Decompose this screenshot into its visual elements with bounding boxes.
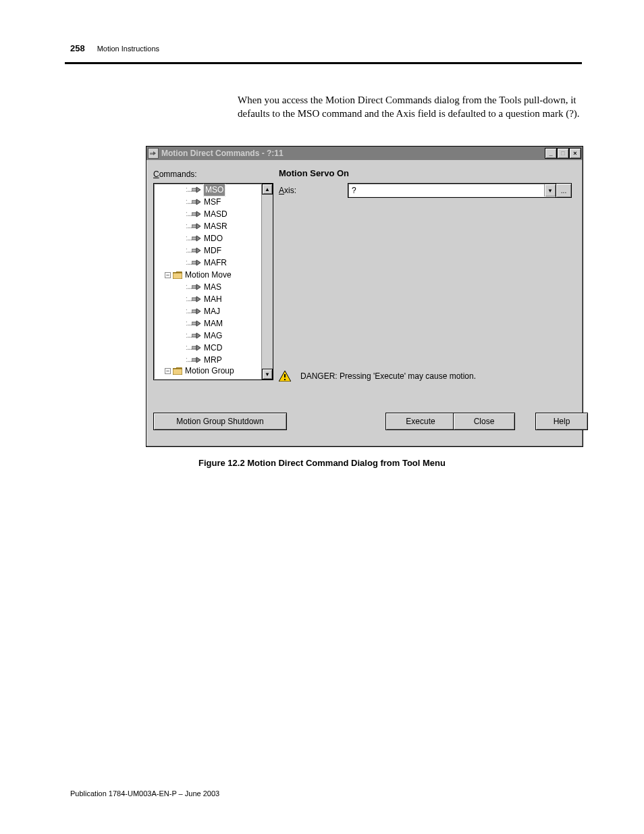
svg-rect-12 <box>192 322 196 325</box>
tree-item-mso[interactable]: :....MSO <box>155 184 262 196</box>
page-header: 258 Motion Instructions <box>70 43 581 53</box>
command-icon <box>192 210 201 218</box>
folder-icon <box>173 367 182 375</box>
command-icon <box>192 295 201 303</box>
button-bar: Motion Group Shutdown Execute Close Help <box>151 413 579 432</box>
title-bar: Motion Direct Commands - ?:11 _ □ × <box>146 147 583 160</box>
motion-direct-commands-dialog: Motion Direct Commands - ?:11 _ □ × Comm… <box>146 146 583 447</box>
svg-rect-11 <box>192 310 196 313</box>
svg-rect-18 <box>284 379 286 380</box>
axis-select[interactable]: ? ▼ <box>348 183 556 198</box>
help-button[interactable]: Help <box>535 413 588 430</box>
svg-rect-2 <box>192 201 196 203</box>
tree-item-msf[interactable]: :....MSF <box>155 196 262 208</box>
command-icon <box>192 344 201 352</box>
tree-item-mdo[interactable]: :....MDO <box>155 232 262 244</box>
tree-item-masd[interactable]: :....MASD <box>155 208 262 220</box>
scroll-up-button[interactable]: ▲ <box>262 184 273 194</box>
svg-rect-6 <box>192 249 196 252</box>
svg-rect-5 <box>192 237 196 240</box>
expander-icon[interactable]: − <box>165 368 171 374</box>
expander-icon[interactable]: − <box>165 272 171 278</box>
axis-value: ? <box>352 186 544 195</box>
command-icon <box>192 307 201 315</box>
tree-item-mafr[interactable]: :....MAFR <box>155 257 262 269</box>
tree-folder-motion-group[interactable]: −Motion Group <box>155 366 262 375</box>
axis-browse-button[interactable]: ... <box>556 183 572 198</box>
command-icon <box>192 222 201 230</box>
svg-rect-3 <box>192 213 196 215</box>
command-icon <box>192 234 201 242</box>
command-icon <box>192 186 201 194</box>
tree-item-mdf[interactable]: :....MDF <box>155 244 262 257</box>
command-icon <box>192 319 201 328</box>
tree-item-mrp[interactable]: :....MRP <box>155 354 262 366</box>
intro-paragraph: When you access the Motion Direct Comman… <box>238 93 581 121</box>
svg-rect-16 <box>173 369 182 375</box>
svg-rect-4 <box>192 225 196 228</box>
command-title: Motion Servo On <box>279 168 349 178</box>
scroll-down-button[interactable]: ▼ <box>262 369 273 380</box>
command-icon <box>192 356 201 364</box>
warning-text: DANGER: Pressing 'Execute' may cause mot… <box>300 371 476 381</box>
command-icon <box>192 283 201 291</box>
tree-item-mah[interactable]: :....MAH <box>155 293 262 305</box>
page: 258 Motion Instructions When you access … <box>0 0 644 834</box>
command-icon <box>192 198 201 206</box>
commands-tree[interactable]: :....MSO :....MSF :....MASD :....MASR :.… <box>153 183 273 380</box>
dialog-body: Commands: :....MSO :....MSF :....MASD :.… <box>151 163 579 442</box>
maximize-button[interactable]: □ <box>557 148 569 159</box>
command-icon <box>192 332 201 340</box>
command-icon <box>192 246 201 255</box>
tree-item-mag[interactable]: :....MAG <box>155 330 262 342</box>
svg-rect-13 <box>192 334 196 337</box>
page-number: 258 <box>70 43 85 53</box>
tree-item-masr[interactable]: :....MASR <box>155 220 262 232</box>
tree-folder-motion-move[interactable]: −Motion Move <box>155 269 262 281</box>
svg-rect-15 <box>192 359 196 361</box>
close-window-button[interactable]: × <box>569 148 581 159</box>
tree-scrollbar[interactable]: ▲ ▼ <box>261 184 273 380</box>
commands-label: Commands: <box>153 170 197 179</box>
folder-icon <box>173 271 182 279</box>
tree-item-mas[interactable]: :....MAS <box>155 281 262 293</box>
command-icon <box>192 259 201 267</box>
chapter-title: Motion Instructions <box>97 45 159 53</box>
execute-button[interactable]: Execute <box>385 413 456 430</box>
tree-item-maj[interactable]: :....MAJ <box>155 305 262 317</box>
svg-rect-17 <box>284 374 286 377</box>
motion-group-shutdown-button[interactable]: Motion Group Shutdown <box>153 413 287 430</box>
header-rule <box>65 62 582 64</box>
window-buttons: _ □ × <box>545 148 581 159</box>
svg-rect-7 <box>192 261 196 264</box>
axis-label: Axis: <box>279 186 296 195</box>
minimize-button[interactable]: _ <box>545 148 557 159</box>
close-button[interactable]: Close <box>453 413 515 430</box>
app-icon <box>148 148 159 159</box>
svg-rect-10 <box>192 298 196 301</box>
tree-item-mcd[interactable]: :....MCD <box>155 342 262 354</box>
axis-dropdown-button[interactable]: ▼ <box>544 184 556 197</box>
figure-caption: Figure 12.2 Motion Direct Command Dialog… <box>0 458 644 468</box>
window-title: Motion Direct Commands - ?:11 <box>161 149 542 158</box>
svg-rect-8 <box>173 273 182 279</box>
warning-row: DANGER: Pressing 'Execute' may cause mot… <box>279 371 476 382</box>
svg-rect-9 <box>192 286 196 288</box>
tree-content[interactable]: :....MSO :....MSF :....MASD :....MASR :.… <box>155 184 262 380</box>
warning-icon <box>279 371 291 382</box>
tree-item-mam[interactable]: :....MAM <box>155 317 262 330</box>
publication-footer: Publication 1784-UM003A-EN-P – June 2003 <box>70 789 219 798</box>
svg-rect-1 <box>192 188 196 191</box>
svg-rect-14 <box>192 346 196 349</box>
